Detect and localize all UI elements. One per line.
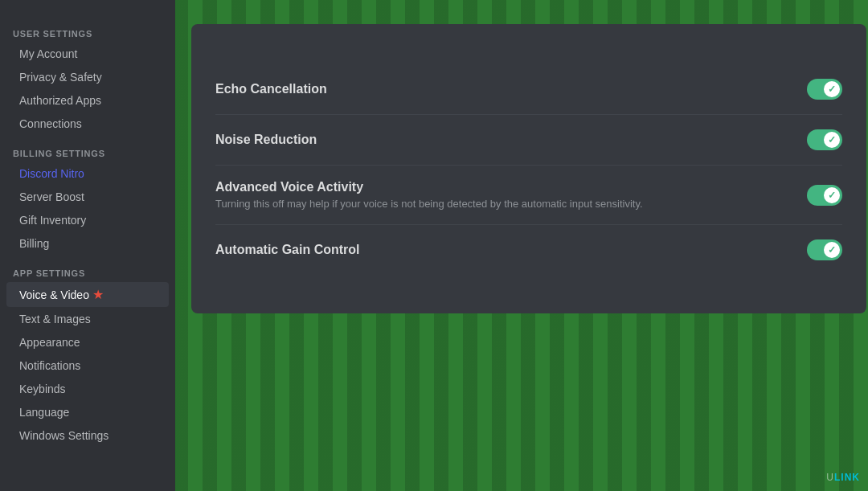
setting-row-advanced-voice-activity: Advanced Voice ActivityTurning this off … xyxy=(215,166,842,225)
toggle-noise-reduction[interactable]: ✓ xyxy=(807,129,842,150)
sidebar-item-label-keybinds: Keybinds xyxy=(19,383,66,395)
sidebar-item-windows-settings[interactable]: Windows Settings xyxy=(6,424,169,447)
sidebar-item-label-connections: Connections xyxy=(19,117,82,130)
setting-info-advanced-voice-activity: Advanced Voice ActivityTurning this off … xyxy=(215,180,807,210)
sidebar-item-label-privacy-safety: Privacy & Safety xyxy=(19,71,102,84)
toggle-advanced-voice-activity[interactable]: ✓ xyxy=(807,185,842,206)
sidebar-item-connections[interactable]: Connections xyxy=(6,113,169,135)
star-icon: ★ xyxy=(92,287,104,302)
setting-label-noise-reduction: Noise Reduction xyxy=(215,133,807,147)
sidebar-item-gift-inventory[interactable]: Gift Inventory xyxy=(6,209,169,231)
sidebar-item-my-account[interactable]: My Account xyxy=(6,43,169,65)
sidebar-item-server-boost[interactable]: Server Boost xyxy=(6,186,169,208)
sidebar-item-keybinds[interactable]: Keybinds xyxy=(6,378,169,400)
settings-panel: Echo Cancellation✓Noise Reduction✓Advanc… xyxy=(191,24,866,313)
sidebar: USER SETTINGSMy AccountPrivacy & SafetyA… xyxy=(0,0,175,491)
sidebar-item-label-notifications: Notifications xyxy=(19,359,80,372)
sidebar-item-voice-video[interactable]: Voice & Video★ xyxy=(6,282,169,307)
sidebar-item-label-billing: Billing xyxy=(19,237,49,250)
toggle-check-icon-noise-reduction: ✓ xyxy=(828,134,836,145)
toggle-check-icon-echo-cancellation: ✓ xyxy=(828,84,836,95)
setting-label-echo-cancellation: Echo Cancellation xyxy=(215,82,807,96)
sidebar-item-authorized-apps[interactable]: Authorized Apps xyxy=(6,89,169,112)
toggle-knob-automatic-gain-control: ✓ xyxy=(824,242,840,258)
sidebar-item-label-language: Language xyxy=(19,406,69,419)
watermark: ULINK xyxy=(826,472,860,483)
sidebar-item-discord-nitro[interactable]: Discord Nitro xyxy=(6,162,169,185)
sidebar-item-label-voice-video: Voice & Video xyxy=(19,288,89,301)
sidebar-item-billing[interactable]: Billing xyxy=(6,232,169,255)
sidebar-item-privacy-safety[interactable]: Privacy & Safety xyxy=(6,66,169,88)
toggle-check-icon-automatic-gain-control: ✓ xyxy=(828,244,836,256)
toggle-echo-cancellation[interactable]: ✓ xyxy=(807,79,842,100)
sidebar-section-label: USER SETTINGS xyxy=(0,16,175,42)
sidebar-item-label-discord-nitro: Discord Nitro xyxy=(19,167,84,180)
setting-description-advanced-voice-activity: Turning this off may help if your voice … xyxy=(215,198,762,210)
setting-info-automatic-gain-control: Automatic Gain Control xyxy=(215,243,807,257)
sidebar-item-notifications[interactable]: Notifications xyxy=(6,354,169,377)
sidebar-section-label: APP SETTINGS xyxy=(0,256,175,281)
sidebar-item-appearance[interactable]: Appearance xyxy=(6,331,169,354)
toggle-knob-echo-cancellation: ✓ xyxy=(824,81,840,97)
setting-label-automatic-gain-control: Automatic Gain Control xyxy=(215,243,807,257)
toggle-check-icon-advanced-voice-activity: ✓ xyxy=(828,190,836,201)
toggle-automatic-gain-control[interactable]: ✓ xyxy=(807,239,842,260)
sidebar-item-label-server-boost: Server Boost xyxy=(19,190,84,203)
sidebar-item-label-windows-settings: Windows Settings xyxy=(19,429,108,442)
sidebar-item-label-authorized-apps: Authorized Apps xyxy=(19,94,101,107)
main-content: Echo Cancellation✓Noise Reduction✓Advanc… xyxy=(175,0,868,491)
sidebar-item-label-appearance: Appearance xyxy=(19,336,80,349)
setting-row-echo-cancellation: Echo Cancellation✓ xyxy=(215,64,842,115)
setting-row-noise-reduction: Noise Reduction✓ xyxy=(215,115,842,166)
sidebar-section-label: BILLING SETTINGS xyxy=(0,136,175,162)
setting-label-advanced-voice-activity: Advanced Voice Activity xyxy=(215,180,807,194)
toggle-knob-noise-reduction: ✓ xyxy=(824,132,840,148)
sidebar-item-label-gift-inventory: Gift Inventory xyxy=(19,214,86,227)
setting-row-automatic-gain-control: Automatic Gain Control✓ xyxy=(215,225,842,275)
sidebar-item-label-my-account: My Account xyxy=(19,47,77,60)
setting-info-noise-reduction: Noise Reduction xyxy=(215,133,807,147)
sidebar-item-label-text-images: Text & Images xyxy=(19,313,91,325)
setting-info-echo-cancellation: Echo Cancellation xyxy=(215,82,807,96)
sidebar-item-language[interactable]: Language xyxy=(6,401,169,423)
sidebar-item-text-images[interactable]: Text & Images xyxy=(6,308,169,330)
toggle-knob-advanced-voice-activity: ✓ xyxy=(824,187,840,203)
